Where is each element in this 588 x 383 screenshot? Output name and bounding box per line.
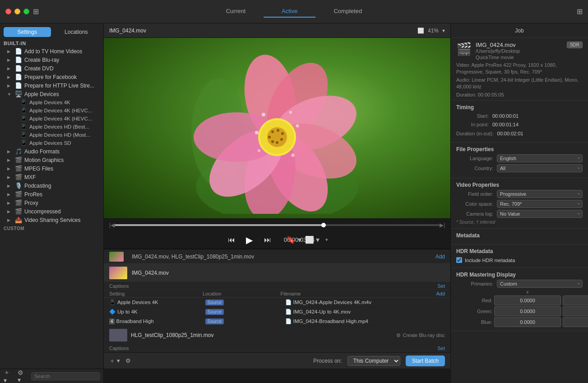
hdr-red-y[interactable]	[563, 295, 588, 305]
sidebar-subitem-hd-best[interactable]: 📱 Apple Devices HD (Best...	[0, 123, 103, 131]
bookmark-icon[interactable]: 🔖 ▾	[287, 235, 301, 244]
scrubber-track[interactable]	[115, 224, 440, 226]
sidebar-item-label: Create DVD	[24, 65, 54, 72]
sidebar: Settings Locations BUILT-IN ▶ 📄 Add to T…	[0, 23, 104, 383]
hlg-set-button[interactable]: Set	[437, 346, 445, 351]
fullscreen-button[interactable]	[23, 9, 29, 14]
sidebar-toggle-icon[interactable]: ⊞	[33, 7, 39, 16]
svg-point-23	[255, 131, 259, 134]
add-job-button[interactable]: ＋ ▾	[109, 357, 120, 365]
camera-log-dropdown[interactable]: No Value	[497, 210, 583, 218]
output-add-button[interactable]: Add	[436, 291, 445, 296]
sidebar-item-add-tv[interactable]: ▶ 📄 Add to TV Home Videos	[0, 47, 103, 55]
source-badge: Source	[205, 309, 224, 315]
output-filename-label: IMG_0424-Up to 4K.mov	[293, 309, 351, 314]
sharing-icon: 📤	[15, 217, 22, 223]
field-order-label: Field order:	[456, 191, 497, 197]
captions-set-button[interactable]: Set	[437, 283, 445, 289]
primaries-dropdown[interactable]: Custom	[497, 280, 583, 288]
sidebar-subitem-4k-hevc1[interactable]: 📱 Apple Devices 4K (HEVC...	[0, 106, 103, 115]
go-to-start-button[interactable]: ⏮	[226, 236, 237, 244]
titlebar: ⊞ Current Active Completed ⊞	[0, 0, 588, 23]
sidebar-item-proxy[interactable]: ▶ 🎬 Proxy	[0, 198, 103, 207]
crop-icon[interactable]: ⬜	[417, 28, 424, 34]
main-area: Settings Locations BUILT-IN ▶ 📄 Add to T…	[0, 23, 588, 383]
sidebar-subitem-hd-most[interactable]: 📱 Apple Devices HD (Most...	[0, 131, 103, 139]
timing-section: Timing Start: 00:00:00:01 In point: 00:0…	[451, 101, 588, 143]
hlg-action[interactable]: ⚙ Create Blu-ray disc	[396, 332, 445, 338]
sidebar-item-mpeg[interactable]: ▶ 🎬 MPEG Files	[0, 164, 103, 173]
gear-settings-icon[interactable]: ⚙	[125, 357, 131, 364]
sidebar-item-uncompressed[interactable]: ▶ 🎬 Uncompressed	[0, 207, 103, 216]
expand-arrow: ▼	[7, 92, 13, 97]
svg-point-15	[281, 132, 284, 135]
video-props-footnote: * Source, † inferred	[456, 220, 583, 225]
sidebar-item-apple-devices[interactable]: ▼ 🖥️ Apple Devices	[0, 90, 103, 98]
broadband-icon: 4	[109, 318, 115, 324]
hdr-green-y[interactable]	[563, 306, 588, 316]
sidebar-item-bluray[interactable]: ▶ 📄 Create Blu-ray	[0, 55, 103, 64]
inspector-toggle-icon[interactable]: ⊞	[577, 7, 583, 16]
zoom-dropdown-icon[interactable]: ▾	[442, 28, 445, 34]
scrubber-progress	[115, 224, 326, 226]
tab-completed[interactable]: Completed	[315, 5, 380, 18]
timing-start-label: Start:	[456, 112, 492, 120]
sidebar-item-mxf[interactable]: ▶ 🎬 MXF	[0, 173, 103, 181]
job1-thumbnail	[109, 267, 127, 279]
sidebar-item-audio[interactable]: ▶ 🎵 Audio Formats	[0, 147, 103, 156]
video-properties-section: Video Properties Field order: Progressiv…	[451, 178, 588, 229]
timecode-dropdown[interactable]: ▾	[325, 237, 328, 243]
process-select[interactable]: This Computer	[347, 356, 400, 366]
video-controls-right: ⬜ 41% ▾	[417, 28, 445, 34]
item-icon: 📄	[15, 65, 22, 72]
queue-add-button[interactable]: Add	[435, 254, 445, 260]
sidebar-item-motion[interactable]: ▶ 🎬 Motion Graphics	[0, 156, 103, 164]
tab-active[interactable]: Active	[264, 5, 315, 18]
sidebar-item-dvd[interactable]: ▶ 📄 Create DVD	[0, 64, 103, 73]
queue-panel: IMG_0424.mov, HLG_testClip_1080p25_1min.…	[104, 249, 450, 352]
sidebar-tab-settings[interactable]: Settings	[4, 27, 51, 37]
sidebar-subitem-4k-hevc2[interactable]: 📱 Apple Devices 4K (HEVC...	[0, 115, 103, 123]
field-order-dropdown[interactable]: Progressive	[497, 190, 583, 198]
sidebar-tab-locations[interactable]: Locations	[53, 27, 100, 37]
country-dropdown[interactable]: All	[497, 164, 583, 172]
item-icon: 📄	[15, 82, 22, 89]
search-input[interactable]	[31, 372, 100, 380]
minimize-button[interactable]	[14, 9, 20, 14]
layout-icon[interactable]: ⬜ ▾	[305, 235, 319, 244]
tab-current[interactable]: Current	[208, 5, 264, 18]
transport-right-controls: 🔖 ▾ ⬜ ▾	[287, 235, 319, 244]
hdr-red-x[interactable]	[494, 295, 561, 305]
language-dropdown[interactable]: English	[497, 154, 583, 162]
play-button[interactable]: ▶	[244, 235, 255, 245]
add-item-button[interactable]: ＋ ▾	[4, 369, 14, 383]
sidebar-item-facebook[interactable]: ▶ 📄 Prepare for Facebook	[0, 73, 103, 81]
output-location-1: Source	[205, 309, 285, 315]
hdr-blue-y[interactable]	[563, 317, 588, 327]
output-row-2: 4 Broadband High Source 📄 IMG_0424-Broad…	[104, 317, 450, 326]
close-button[interactable]	[5, 9, 11, 14]
expand-arrow: ▶	[7, 166, 13, 171]
sidebar-item-video-sharing[interactable]: ▶ 📤 Video Sharing Services	[0, 216, 103, 224]
scrubber-thumb[interactable]	[321, 223, 326, 227]
zoom-level[interactable]: 41%	[428, 28, 439, 34]
go-to-end-button[interactable]: ⏭	[262, 236, 273, 244]
device-icon: 📱	[20, 99, 27, 106]
start-batch-button[interactable]: Start Batch	[406, 355, 445, 366]
sidebar-subitem-label: Apple Devices 4K	[29, 100, 70, 105]
sidebar-subitem-sd[interactable]: 📱 Apple Devices SD	[0, 139, 103, 147]
hdr-blue-x[interactable]	[494, 317, 561, 327]
svg-point-21	[289, 111, 292, 114]
hdr-green-x[interactable]	[494, 306, 561, 316]
file-icon: 📄	[285, 309, 292, 315]
sidebar-item-prores[interactable]: ▶ 🎬 ProRes	[0, 190, 103, 198]
gear-icon[interactable]: ⚙ ▾	[18, 369, 28, 383]
sidebar-subitem-4k[interactable]: 📱 Apple Devices 4K	[0, 98, 103, 106]
sidebar-item-http[interactable]: ▶ 📄 Prepare for HTTP Live Stre...	[0, 81, 103, 90]
output-row-0: 📱 Apple Devices 4K Source 📄 IMG_0424-App…	[104, 298, 450, 307]
include-hdr-checkbox[interactable]	[456, 257, 462, 263]
transport-bar: ⏮ ▶ ⏭ 00:00:03:14 ▾ 🔖 ▾ ⬜ ▾	[104, 231, 450, 249]
camera-log-field: Camera log: No Value	[456, 210, 583, 218]
sidebar-item-podcasting[interactable]: ▶ 🎙️ Podcasting	[0, 181, 103, 190]
color-space-dropdown[interactable]: Rec. 709*	[497, 200, 583, 208]
